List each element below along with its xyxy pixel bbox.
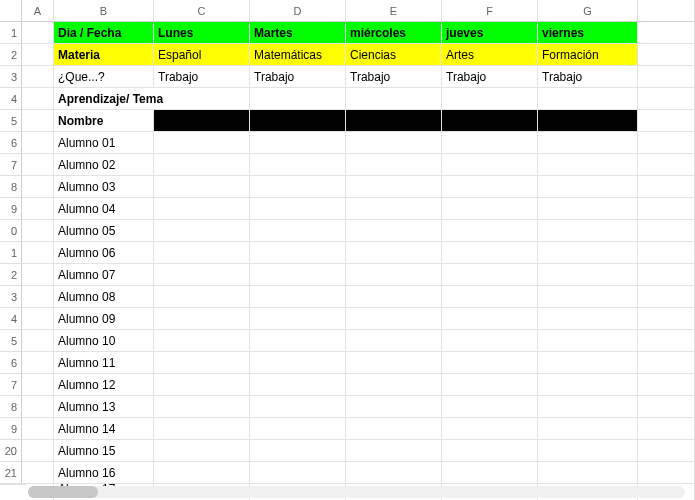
row-header[interactable]: 8	[0, 396, 22, 418]
cell-B3[interactable]: ¿Que...?	[54, 66, 154, 88]
spreadsheet-grid[interactable]: A B C D E F G 1 Dia / Fecha Lunes Martes…	[0, 0, 695, 500]
cell[interactable]	[346, 396, 442, 418]
row-header[interactable]: 2	[0, 44, 22, 66]
row-header[interactable]: 6	[0, 352, 22, 374]
cell[interactable]	[250, 418, 346, 440]
cell-alumno[interactable]: Alumno 16	[54, 462, 154, 484]
cell[interactable]	[22, 440, 54, 462]
cell[interactable]	[638, 396, 695, 418]
cell-alumno[interactable]: Alumno 07	[54, 264, 154, 286]
cell-B5[interactable]: Nombre	[54, 110, 154, 132]
cell-G4[interactable]	[538, 88, 638, 110]
cell[interactable]	[154, 220, 250, 242]
cell-G1[interactable]: viernes	[538, 22, 638, 44]
cell[interactable]	[346, 242, 442, 264]
cell-D4[interactable]	[250, 88, 346, 110]
cell-H2[interactable]	[638, 44, 695, 66]
row-header[interactable]: 0	[0, 220, 22, 242]
cell[interactable]	[346, 176, 442, 198]
cell-alumno[interactable]: Alumno 05	[54, 220, 154, 242]
row-header[interactable]: 1	[0, 242, 22, 264]
cell[interactable]	[638, 308, 695, 330]
col-header-C[interactable]: C	[154, 0, 250, 22]
cell-G5[interactable]	[538, 110, 638, 132]
cell[interactable]	[22, 374, 54, 396]
cell-H3[interactable]	[638, 66, 695, 88]
cell[interactable]	[22, 220, 54, 242]
cell[interactable]	[538, 132, 638, 154]
cell[interactable]	[154, 462, 250, 484]
cell-A2[interactable]	[22, 44, 54, 66]
cell[interactable]	[538, 176, 638, 198]
cell[interactable]	[250, 440, 346, 462]
cell[interactable]	[250, 176, 346, 198]
cell-F4[interactable]	[442, 88, 538, 110]
cell[interactable]	[442, 176, 538, 198]
cell-E4[interactable]	[346, 88, 442, 110]
cell-C4[interactable]	[154, 88, 250, 110]
cell-B2[interactable]: Materia	[54, 44, 154, 66]
cell[interactable]	[250, 330, 346, 352]
cell[interactable]	[538, 242, 638, 264]
cell[interactable]	[346, 286, 442, 308]
row-header[interactable]: 1	[0, 22, 22, 44]
cell-G3[interactable]: Trabajo	[538, 66, 638, 88]
cell[interactable]	[442, 462, 538, 484]
col-header-G[interactable]: G	[538, 0, 638, 22]
cell-A3[interactable]	[22, 66, 54, 88]
cell-alumno[interactable]: Alumno 09	[54, 308, 154, 330]
cell[interactable]	[442, 132, 538, 154]
cell[interactable]	[638, 132, 695, 154]
cell[interactable]	[22, 286, 54, 308]
cell[interactable]	[346, 440, 442, 462]
cell-D1[interactable]: Martes	[250, 22, 346, 44]
cell[interactable]	[250, 396, 346, 418]
cell-H1[interactable]	[638, 22, 695, 44]
cell[interactable]	[442, 352, 538, 374]
cell[interactable]	[346, 220, 442, 242]
cell[interactable]	[538, 440, 638, 462]
cell-alumno[interactable]: Alumno 13	[54, 396, 154, 418]
cell[interactable]	[638, 154, 695, 176]
cell-D5[interactable]	[250, 110, 346, 132]
row-header[interactable]: 3	[0, 286, 22, 308]
cell[interactable]	[250, 286, 346, 308]
row-header[interactable]: 5	[0, 330, 22, 352]
cell[interactable]	[346, 462, 442, 484]
cell[interactable]	[638, 198, 695, 220]
cell[interactable]	[538, 396, 638, 418]
cell-H4[interactable]	[638, 88, 695, 110]
cell[interactable]	[442, 418, 538, 440]
cell[interactable]	[346, 352, 442, 374]
col-header-D[interactable]: D	[250, 0, 346, 22]
cell[interactable]	[346, 330, 442, 352]
cell[interactable]	[538, 286, 638, 308]
cell[interactable]	[638, 242, 695, 264]
row-header[interactable]: 4	[0, 308, 22, 330]
cell[interactable]	[442, 154, 538, 176]
cell[interactable]	[442, 330, 538, 352]
cell[interactable]	[22, 264, 54, 286]
cell-C1[interactable]: Lunes	[154, 22, 250, 44]
row-header[interactable]: 7	[0, 154, 22, 176]
col-header-F[interactable]: F	[442, 0, 538, 22]
cell[interactable]	[442, 220, 538, 242]
scrollbar-thumb[interactable]	[28, 486, 98, 498]
cell-F1[interactable]: jueves	[442, 22, 538, 44]
cell-E1[interactable]: miércoles	[346, 22, 442, 44]
cell-alumno[interactable]: Alumno 02	[54, 154, 154, 176]
cell[interactable]	[250, 374, 346, 396]
cell[interactable]	[250, 462, 346, 484]
cell[interactable]	[154, 264, 250, 286]
cell[interactable]	[22, 462, 54, 484]
cell[interactable]	[638, 374, 695, 396]
cell[interactable]	[154, 132, 250, 154]
cell[interactable]	[638, 264, 695, 286]
cell-alumno[interactable]: Alumno 15	[54, 440, 154, 462]
cell[interactable]	[538, 308, 638, 330]
row-header[interactable]: 5	[0, 110, 22, 132]
cell[interactable]	[346, 418, 442, 440]
cell[interactable]	[442, 242, 538, 264]
select-all-corner[interactable]	[0, 0, 22, 22]
cell-D3[interactable]: Trabajo	[250, 66, 346, 88]
